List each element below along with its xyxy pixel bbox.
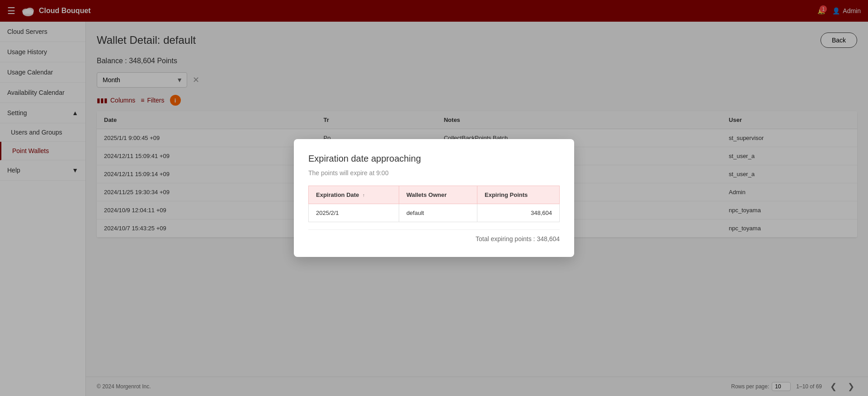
modal-title: Expiration date approaching bbox=[308, 154, 560, 164]
modal-cell-expiration-date: 2025/2/1 bbox=[309, 204, 399, 222]
modal-footer: Total expiring points : 348,604 bbox=[308, 229, 560, 242]
modal-col-wallets-owner: Wallets Owner bbox=[399, 186, 477, 204]
total-expiring-points: Total expiring points : 348,604 bbox=[476, 235, 560, 242]
modal-table: Expiration Date ↑ Wallets Owner Expiring… bbox=[308, 186, 560, 222]
modal-col-expiring-points: Expiring Points bbox=[477, 186, 560, 204]
modal-cell-expiring-points: 348,604 bbox=[477, 204, 560, 222]
modal-table-row: 2025/2/1 default 348,604 bbox=[309, 204, 560, 222]
expiration-modal: Expiration date approaching The points w… bbox=[294, 139, 574, 257]
modal-cell-wallets-owner: default bbox=[399, 204, 477, 222]
sort-icon: ↑ bbox=[363, 193, 365, 198]
modal-subtitle: The points will expire at 9:00 bbox=[308, 169, 560, 177]
modal-overlay[interactable]: Expiration date approaching The points w… bbox=[0, 0, 868, 396]
modal-col-expiration-date: Expiration Date ↑ bbox=[309, 186, 399, 204]
